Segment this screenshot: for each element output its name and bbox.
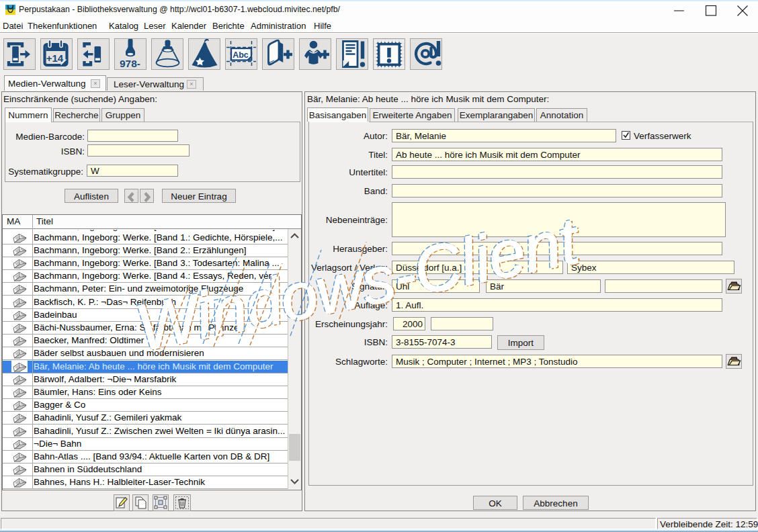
svg-text:Windows-Client: Windows-Client (130, 203, 587, 365)
